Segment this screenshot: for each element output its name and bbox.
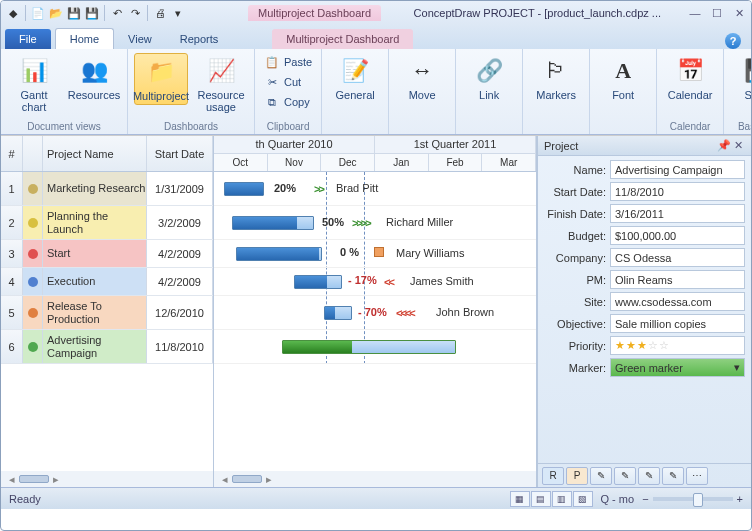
gantt-bar[interactable]: [282, 340, 456, 354]
gantt-bar[interactable]: [224, 182, 264, 196]
priority-stars[interactable]: ★★★☆☆: [610, 336, 745, 355]
view-btn[interactable]: ▧: [573, 491, 593, 507]
calendar-icon: 📅: [674, 55, 706, 87]
project-name-cell[interactable]: Execution: [43, 268, 147, 295]
panel-close-icon[interactable]: ✕: [731, 139, 745, 152]
quarter-header: th Quarter 2010: [214, 136, 375, 154]
help-icon[interactable]: ?: [725, 33, 741, 49]
panel-tool[interactable]: ✎: [590, 467, 612, 485]
gantt-bar[interactable]: [236, 247, 322, 261]
tab-home[interactable]: Home: [55, 28, 114, 49]
table-row[interactable]: 4Execution4/2/2009: [1, 268, 213, 296]
field-label: Budget:: [544, 230, 606, 242]
project-name-cell[interactable]: Advertising Campaign: [43, 330, 147, 363]
zoom-in-icon[interactable]: +: [737, 493, 743, 505]
multiproject-icon: 📁: [145, 56, 177, 88]
marker-select[interactable]: Green marker: [610, 358, 745, 377]
table-row[interactable]: 5Release To Production12/6/2010: [1, 296, 213, 330]
date-cell[interactable]: 11/8/2010: [147, 330, 213, 363]
date-cell[interactable]: 4/2/2009: [147, 268, 213, 295]
panel-tool[interactable]: ✎: [638, 467, 660, 485]
grid-hscroll[interactable]: ◂ ▸: [1, 471, 213, 487]
project-name-cell[interactable]: Start: [43, 240, 147, 267]
maximize-button[interactable]: ☐: [709, 6, 725, 20]
new-icon[interactable]: 📄: [30, 5, 46, 21]
tab-view[interactable]: View: [114, 29, 166, 49]
view-btn[interactable]: ▦: [510, 491, 530, 507]
view-btn[interactable]: ▤: [531, 491, 551, 507]
qat-more-icon[interactable]: ▾: [170, 5, 186, 21]
gantt-hscroll[interactable]: ◂ ▸: [214, 471, 536, 487]
panel-tool[interactable]: P: [566, 467, 588, 485]
open-icon[interactable]: 📂: [48, 5, 64, 21]
date-cell[interactable]: 1/31/2009: [147, 172, 213, 205]
table-row[interactable]: 2Planning the Launch3/2/2009: [1, 206, 213, 240]
col-header-num[interactable]: #: [1, 136, 23, 171]
site-field[interactable]: www.csodessa.com: [610, 292, 745, 311]
gantt-bar[interactable]: [232, 216, 314, 230]
undo-icon[interactable]: ↶: [109, 5, 125, 21]
tab-multiproject-dashboard[interactable]: Multiproject Dashboard: [272, 29, 413, 49]
panel-tool[interactable]: ⋯: [686, 467, 708, 485]
budget-field[interactable]: $100,000.00: [610, 226, 745, 245]
table-row[interactable]: 1Marketing Research1/31/2009: [1, 172, 213, 206]
project-name-cell[interactable]: Release To Production: [43, 296, 147, 329]
table-row[interactable]: 6Advertising Campaign11/8/2010: [1, 330, 213, 364]
gantt-bar[interactable]: [294, 275, 342, 289]
move-button[interactable]: ↔Move: [395, 53, 449, 103]
col-header-date[interactable]: Start Date: [147, 136, 213, 171]
pm-field[interactable]: Olin Reams: [610, 270, 745, 289]
gantt-chart-button[interactable]: 📊Gantt chart: [7, 53, 61, 115]
row-number: 2: [1, 206, 23, 239]
finish-date-field[interactable]: 3/16/2011: [610, 204, 745, 223]
general-button[interactable]: 📝General: [328, 53, 382, 103]
markers-button[interactable]: 🏳Markers: [529, 53, 583, 103]
panel-tool[interactable]: ✎: [614, 467, 636, 485]
company-field[interactable]: CS Odessa: [610, 248, 745, 267]
view-switcher[interactable]: ▦ ▤ ▥ ▧: [510, 491, 593, 507]
panel-tool[interactable]: ✎: [662, 467, 684, 485]
zoom-slider[interactable]: − +: [642, 493, 743, 505]
resource-usage-button[interactable]: 📈Resource usage: [194, 53, 248, 115]
redo-icon[interactable]: ↷: [127, 5, 143, 21]
resources-button[interactable]: 👥Resources: [67, 53, 121, 103]
progress-label: 50%: [322, 216, 344, 228]
date-cell[interactable]: 3/2/2009: [147, 206, 213, 239]
pin-icon[interactable]: 📌: [717, 139, 731, 152]
date-cell[interactable]: 4/2/2009: [147, 240, 213, 267]
multiproject-button[interactable]: 📁Multiproject: [134, 53, 188, 105]
saveall-icon[interactable]: 💾: [84, 5, 100, 21]
project-name-cell[interactable]: Marketing Research: [43, 172, 147, 205]
table-row[interactable]: 3Start4/2/2009: [1, 240, 213, 268]
row-number: 4: [1, 268, 23, 295]
objective-field[interactable]: Sale million copies: [610, 314, 745, 333]
trend-arrows-icon: <<: [384, 276, 393, 288]
calendar-button[interactable]: 📅Calendar: [663, 53, 717, 103]
copy-button[interactable]: ⧉Copy: [261, 93, 315, 111]
col-header-mark[interactable]: [23, 136, 43, 171]
print-icon[interactable]: 🖨: [152, 5, 168, 21]
start-date-field[interactable]: 11/8/2010: [610, 182, 745, 201]
view-btn[interactable]: ▥: [552, 491, 572, 507]
gantt-bar[interactable]: [324, 306, 352, 320]
close-button[interactable]: ✕: [731, 6, 747, 20]
zoom-out-icon[interactable]: −: [642, 493, 648, 505]
quarter-header: 1st Quarter 2011: [375, 136, 536, 154]
save-icon[interactable]: 💾: [66, 5, 82, 21]
link-button[interactable]: 🔗Link: [462, 53, 516, 103]
move-icon: ↔: [406, 55, 438, 87]
date-cell[interactable]: 12/6/2010: [147, 296, 213, 329]
project-name-cell[interactable]: Planning the Launch: [43, 206, 147, 239]
name-field[interactable]: Advertising Campaign: [610, 160, 745, 179]
col-header-name[interactable]: Project Name: [43, 136, 147, 171]
gantt-row: - 70%<<<<John Brown: [214, 296, 536, 330]
file-tab[interactable]: File: [5, 29, 51, 49]
paste-button[interactable]: 📋Paste: [261, 53, 315, 71]
milestone-icon: [374, 247, 384, 257]
cut-button[interactable]: ✂Cut: [261, 73, 315, 91]
font-button[interactable]: AFont: [596, 53, 650, 103]
panel-tool[interactable]: R: [542, 467, 564, 485]
tab-reports[interactable]: Reports: [166, 29, 233, 49]
minimize-button[interactable]: —: [687, 6, 703, 20]
baseline-save-button[interactable]: 💾Save: [730, 53, 752, 103]
